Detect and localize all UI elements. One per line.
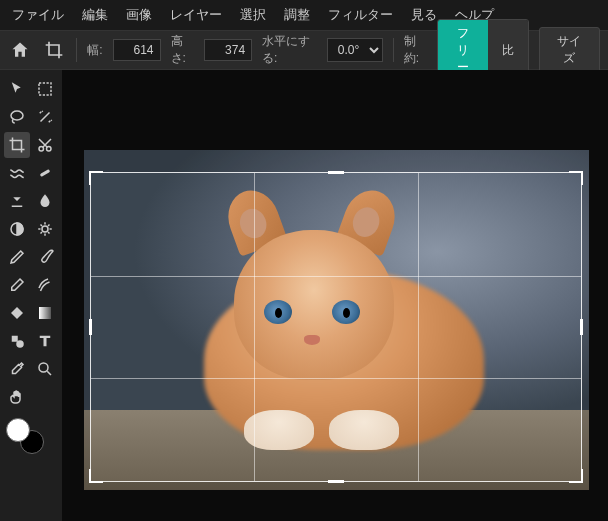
eyedropper-tool[interactable] (4, 356, 30, 382)
height-label: 高さ: (171, 33, 195, 67)
crop-handle-tl[interactable] (89, 171, 103, 185)
crop-handle-left[interactable] (89, 319, 92, 335)
crop-grid-line (91, 276, 581, 277)
menu-select[interactable]: 選択 (240, 6, 266, 24)
svg-point-10 (39, 363, 48, 372)
menu-filter[interactable]: フィルター (328, 6, 393, 24)
menu-file[interactable]: ファイル (12, 6, 64, 24)
separator (76, 38, 77, 62)
size-button[interactable]: サイズ (539, 27, 600, 73)
eraser-tool[interactable] (4, 272, 30, 298)
cutout-tool[interactable] (32, 132, 58, 158)
menu-image[interactable]: 画像 (126, 6, 152, 24)
wand-tool[interactable] (32, 104, 58, 130)
level-label: 水平にする: (262, 33, 317, 67)
svg-point-1 (11, 111, 23, 120)
hand-tool[interactable] (4, 384, 30, 410)
crop-handle-bottom[interactable] (328, 480, 344, 483)
svg-rect-0 (39, 83, 51, 95)
crop-grid-line (254, 173, 255, 481)
menu-adjust[interactable]: 調整 (284, 6, 310, 24)
crop-overlay[interactable] (90, 172, 582, 482)
separator (393, 38, 394, 62)
crop-handle-bl[interactable] (89, 469, 103, 483)
crop-handle-right[interactable] (580, 319, 583, 335)
pen-tool[interactable] (4, 244, 30, 270)
arrow-tool[interactable] (4, 76, 30, 102)
svg-point-6 (42, 226, 48, 232)
options-toolbar: 幅: 高さ: 水平にする: 0.0° 制約: フリー 比 サイズ (0, 30, 608, 70)
crop-tool-indicator (42, 36, 66, 64)
marquee-tool[interactable] (32, 76, 58, 102)
blur-tool[interactable] (32, 188, 58, 214)
crop-handle-br[interactable] (569, 469, 583, 483)
width-input[interactable] (113, 39, 161, 61)
fill-tool[interactable] (4, 300, 30, 326)
crop-handle-tr[interactable] (569, 171, 583, 185)
canvas-area[interactable] (62, 70, 608, 521)
brush-tool[interactable] (32, 244, 58, 270)
liquify-tool[interactable] (4, 160, 30, 186)
clone-tool[interactable] (4, 188, 30, 214)
image-canvas[interactable] (84, 150, 589, 490)
zoom-tool[interactable] (32, 356, 58, 382)
constraint-label: 制約: (404, 33, 428, 67)
level-select[interactable]: 0.0° (327, 38, 383, 62)
text-tool[interactable] (32, 328, 58, 354)
crop-tool[interactable] (4, 132, 30, 158)
crop-grid-line (91, 378, 581, 379)
heal-tool[interactable] (32, 160, 58, 186)
foreground-color[interactable] (6, 418, 30, 442)
height-input[interactable] (204, 39, 252, 61)
svg-rect-8 (12, 336, 18, 342)
svg-rect-4 (40, 169, 51, 177)
menu-layer[interactable]: レイヤー (170, 6, 222, 24)
home-button[interactable] (8, 36, 32, 64)
smudge-tool[interactable] (32, 272, 58, 298)
empty-slot (32, 384, 58, 410)
sponge-tool[interactable] (32, 216, 58, 242)
gradient-tool[interactable] (32, 300, 58, 326)
lasso-tool[interactable] (4, 104, 30, 130)
color-swatch[interactable] (4, 418, 58, 458)
menu-view[interactable]: 見る (411, 6, 437, 24)
svg-point-9 (16, 340, 24, 348)
menu-edit[interactable]: 編集 (82, 6, 108, 24)
crop-grid-line (418, 173, 419, 481)
shape-tool[interactable] (4, 328, 30, 354)
crop-handle-top[interactable] (328, 171, 344, 174)
width-label: 幅: (87, 42, 102, 59)
tool-sidebar (0, 70, 62, 521)
svg-rect-7 (39, 307, 51, 319)
dodge-tool[interactable] (4, 216, 30, 242)
